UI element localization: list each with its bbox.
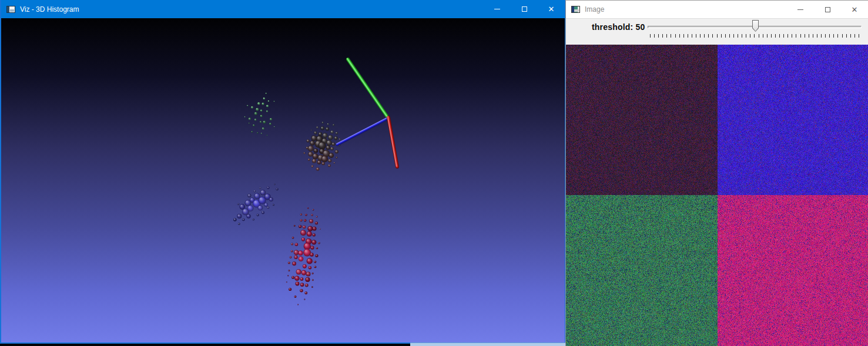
viz-close-button[interactable]: ✕ [538, 0, 565, 18]
viz-window-title: Viz - 3D Histogram [20, 5, 79, 14]
image-titlebar[interactable]: Image ✕ [566, 1, 868, 18]
image-close-button[interactable]: ✕ [841, 1, 868, 19]
trackbar-tick-marks [650, 34, 859, 38]
viz-3d-viewport[interactable] [1, 18, 565, 342]
viz-titlebar[interactable]: Viz - 3D Histogram ✕ [1, 0, 565, 18]
minimize-icon [797, 9, 803, 10]
close-icon: ✕ [548, 5, 555, 13]
viz-window: Viz - 3D Histogram ✕ [0, 0, 566, 344]
image-window-title: Image [585, 5, 604, 14]
image-window-controls: ✕ [787, 1, 868, 19]
viz-minimize-button[interactable] [484, 0, 511, 18]
trackbar-panel: threshold: 50 [566, 18, 868, 45]
trackbar-thumb[interactable] [752, 20, 759, 32]
maximize-icon [825, 7, 830, 12]
trackbar-label: threshold: 50 [592, 22, 645, 32]
image-maximize-button[interactable] [814, 1, 841, 19]
background-window-edge-light [410, 342, 566, 346]
image-window: Image ✕ threshold: 50 [565, 0, 868, 346]
maximize-icon [522, 6, 527, 12]
viz-app-icon [6, 6, 15, 13]
image-view-canvas[interactable] [566, 45, 868, 346]
viz-window-controls: ✕ [484, 0, 565, 18]
minimize-icon [494, 9, 500, 9]
viz-3d-canvas[interactable] [1, 18, 565, 342]
close-icon: ✕ [852, 6, 858, 14]
image-app-icon [571, 6, 580, 13]
image-minimize-button[interactable] [787, 1, 814, 19]
viz-maximize-button[interactable] [511, 0, 538, 18]
background-window-edge-dark [0, 344, 410, 346]
